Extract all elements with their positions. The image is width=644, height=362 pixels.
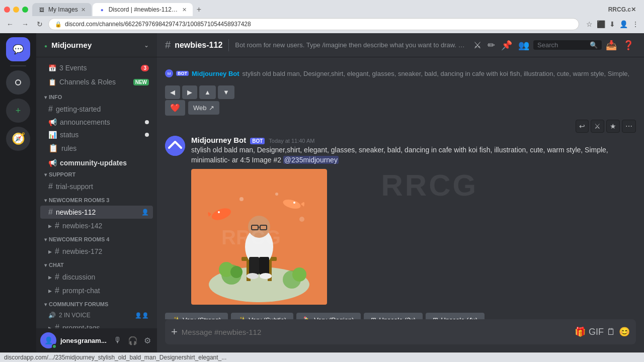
bullet-icon-promptchat: ▸ [48,287,52,295]
upscale-4x-button[interactable]: ⊞ Upscale (4x) [426,313,485,319]
user-avatar: 👤 [40,332,56,348]
discord-home-icon[interactable]: 💬 [6,37,30,61]
arrow-left-button[interactable]: ◀ [165,85,180,99]
sidebar-item-channels-roles[interactable]: 📋 Channels & Roles NEW [40,76,153,88]
forward-button[interactable]: → [19,19,31,30]
maximize-button[interactable] [22,7,28,13]
bot-avatar [165,136,185,156]
sidebar-item-announcements[interactable]: 📢 announcements [40,116,153,128]
sidebar-item-community-updates[interactable]: 📢 community-updates [40,157,153,169]
vary-strong-button[interactable]: ✨ Vary (Strong) [165,313,228,319]
minimize-button[interactable] [13,7,19,13]
gift-icon[interactable]: 🎁 [575,326,586,337]
prev-bot-badge: BOT [176,71,189,76]
message-input-box[interactable]: + 🎁 GIF 🗒 😊 [165,319,636,344]
category-support[interactable]: ▾ SUPPORT [36,169,157,179]
close-button[interactable] [4,7,10,13]
channel-sidebar: ● Midjourney ⌄ 📅 3 Events 3 📋 Channels &… [36,33,157,352]
message-image[interactable]: RRCG [191,169,327,307]
inbox-icon[interactable]: 📥 [604,38,619,53]
channel-header-name: newbies-112 [175,41,222,50]
sidebar-item-prompt-tags[interactable]: ▸ # prompt-tags [40,321,153,328]
message-content: Midjourney Bot BOT Today at 11:40 AM sty… [191,136,636,309]
sidebar-item-status[interactable]: 📊 status [40,129,153,141]
author-name[interactable]: Midjourney Bot [191,136,246,144]
vary-region-button[interactable]: ✏️ Vary (Region) [296,313,361,319]
slash-command-icon[interactable]: ⚔ [471,38,484,53]
add-content-button[interactable]: + [171,319,178,344]
status-bar-text: discordapp.com/.../235midjourney_stylish… [4,354,226,361]
sidebar-item-newbies-142[interactable]: ▸ # newbies-142 [40,219,153,232]
vary-subtle-button[interactable]: ✨ Vary (Subtle) [231,313,293,319]
messages-area[interactable]: M BOT Midjourney Bot stylish old bald ma… [157,57,644,319]
reload-button[interactable]: ↻ [34,19,45,30]
reply-icon[interactable]: ↩ [576,120,589,133]
settings-button[interactable]: ⚙ [142,334,153,347]
prev-message-bar: M BOT Midjourney Bot stylish old bald ma… [157,65,644,81]
sidebar-item-newbies-112[interactable]: # newbies-112 👤 [40,206,153,219]
star-icon[interactable]: ★ [606,120,620,133]
sidebar-item-newbies-172[interactable]: ▸ # newbies-172 [40,245,153,258]
category-community-forums[interactable]: ▾ COMMUNITY FORUMS [36,299,157,309]
menu-icon[interactable]: ⋮ [631,19,640,29]
slash-icon[interactable]: ⚔ [591,120,604,133]
svg-point-9 [247,273,259,279]
more-actions-icon[interactable]: ⋯ [622,120,636,133]
sidebar-item-events[interactable]: 📅 3 Events 3 [40,62,153,74]
new-tab-button[interactable]: + [194,3,204,16]
category-info-label: INFO [49,94,62,100]
bookmark-icon[interactable]: ☆ [585,19,594,29]
category-newcomer4[interactable]: ▾ NEWCOMER ROOMS 4 [36,234,157,244]
explore-icon[interactable]: 🧭 [6,127,30,151]
newbies-112-label: newbies-112 [56,208,138,216]
vary-region-label: Vary (Region) [314,316,354,319]
members-icon[interactable]: 👥 [516,38,531,53]
web-button-top[interactable]: Web ↗ [188,101,219,115]
server-icon-notifications[interactable]: + [6,99,30,123]
tab-close-discord[interactable]: ✕ [182,7,187,13]
address-bar[interactable]: 🔒 discord.com/channels/66226797698429747… [48,18,579,30]
profile-icon[interactable]: 👤 [618,19,629,29]
channels-icon: 📋 [48,78,56,86]
category-info[interactable]: ▾ INFO [36,92,157,102]
message-input-field[interactable] [182,322,571,342]
sidebar-item-getting-started[interactable]: # getting-started [40,103,153,116]
microphone-button[interactable]: 🎙 [112,334,124,347]
arrow-up-button[interactable]: ▲ [199,85,216,99]
category-newcomer3[interactable]: ▾ NEWCOMER ROOMS 3 [36,195,157,205]
prev-author-name[interactable]: Midjourney Bot [192,70,239,77]
arrow-down-button[interactable]: ▼ [218,85,234,99]
tab-my-images[interactable]: 🖼 My Images ✕ [32,3,92,16]
gif-icon[interactable]: GIF [589,327,604,337]
tab-discord[interactable]: ● Discord | #newbies-112 | Mic... ✕ [93,3,193,16]
pin-icon[interactable]: 📌 [499,38,514,53]
section-newcomer4: ▾ NEWCOMER ROOMS 4 ▸ # newbies-172 [36,234,157,258]
sticker-icon[interactable]: 🗒 [607,327,616,337]
chevron-newcomer4-icon: ▾ [44,237,47,242]
download-icon[interactable]: ⬇ [608,19,616,29]
sidebar-item-trial-support[interactable]: # trial-support [40,180,153,193]
prev-avatar: M [165,69,173,77]
sidebar-item-voice[interactable]: 🔊 2 IN VOICE 👤👤 [40,310,153,321]
arrow-right-button[interactable]: ▶ [182,85,197,99]
server-header[interactable]: ● Midjourney ⌄ [36,33,157,57]
sidebar-item-discussion[interactable]: ▸ # discussion [40,270,153,284]
server-icon-midjourney[interactable] [6,70,30,95]
search-box[interactable]: Search 🔍 [533,40,602,50]
svg-point-0 [165,136,185,156]
category-chat[interactable]: ▾ CHAT [36,260,157,270]
extension-icon[interactable]: ⬛ [596,19,606,29]
tab-close-my-images[interactable]: ✕ [81,7,86,13]
heart-button-top[interactable]: ❤️ [165,100,185,116]
back-button[interactable]: ← [4,19,16,30]
upscale-2x-button[interactable]: ⊞ Upscale (2x) [364,313,423,319]
sidebar-item-rules[interactable]: 📋 rules [40,141,153,155]
emoji-icon[interactable]: 😊 [619,326,630,337]
upscale-4x-label: Upscale (4x) [441,316,477,319]
help-icon[interactable]: ❓ [621,38,636,53]
channel-header: # newbies-112 Bot room for new users. Ty… [157,33,644,57]
sidebar-item-prompt-chat[interactable]: ▸ # prompt-chat [40,284,153,297]
headset-button[interactable]: 🎧 [126,334,140,347]
edit-icon[interactable]: ✏ [486,38,497,53]
top-toolbar: ◀ ▶ ▲ ▼ [157,81,644,99]
